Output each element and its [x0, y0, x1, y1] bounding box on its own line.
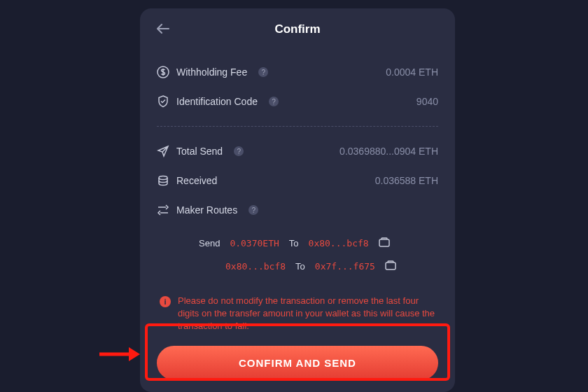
withholding-fee-row: Withholding Fee ? 0.0004 ETH	[157, 57, 438, 87]
route-address: 0x80...bcf8	[309, 238, 369, 248]
identification-code-label: Identification Code	[176, 96, 258, 107]
total-send-label: Total Send	[176, 146, 223, 157]
total-send-value: 0.0369880...0904 ETH	[340, 146, 438, 157]
dollar-icon	[157, 66, 169, 78]
warning-text: Please do not modify the transaction or …	[178, 295, 435, 333]
svg-rect-3	[386, 262, 396, 270]
shield-icon	[157, 95, 169, 108]
withholding-fee-value: 0.0004 ETH	[386, 66, 438, 78]
route-address: 0x7f...f675	[315, 261, 375, 272]
received-row: Received 0.036588 ETH	[157, 166, 438, 195]
route-send-label: Send	[199, 238, 220, 248]
warning-box: i Please do not modify the transaction o…	[157, 295, 438, 333]
warning-icon: i	[160, 296, 171, 307]
help-icon[interactable]: ?	[248, 205, 258, 215]
section-divider	[157, 126, 438, 127]
maker-routes-row: Maker Routes ?	[157, 195, 438, 225]
routes-icon	[157, 204, 169, 216]
coins-icon	[157, 174, 169, 187]
route-from-address: 0x80...bcf8	[225, 261, 286, 272]
received-label: Received	[176, 175, 217, 186]
help-icon[interactable]: ?	[269, 97, 279, 106]
route-to-label: To	[295, 261, 305, 272]
send-icon	[157, 145, 169, 158]
page-title: Confirm	[274, 22, 320, 36]
confirm-and-send-button[interactable]: CONFIRM AND SEND	[157, 346, 438, 380]
maker-routes-label: Maker Routes	[176, 204, 237, 216]
identification-code-value: 9040	[416, 96, 438, 107]
help-icon[interactable]: ?	[258, 67, 268, 77]
back-button[interactable]	[157, 24, 169, 36]
route-row: Send 0.0370ETH To 0x80...bcf8	[157, 232, 438, 255]
svg-point-1	[159, 176, 167, 180]
routes-list: Send 0.0370ETH To 0x80...bcf8 0x80...bcf…	[157, 232, 438, 278]
route-to-label: To	[289, 238, 299, 248]
total-send-row: Total Send ? 0.0369880...0904 ETH	[157, 136, 438, 166]
panel-header: Confirm	[157, 22, 438, 36]
svg-rect-2	[379, 239, 389, 246]
received-value: 0.036588 ETH	[375, 175, 438, 186]
route-amount: 0.0370ETH	[230, 238, 279, 248]
help-icon[interactable]: ?	[234, 146, 244, 156]
svg-marker-5	[129, 347, 140, 361]
copy-icon[interactable]	[379, 237, 390, 249]
route-row: 0x80...bcf8 To 0x7f...f675	[157, 255, 438, 278]
withholding-fee-label: Withholding Fee	[176, 66, 247, 78]
confirm-panel: Confirm Withholding Fee ? 0.0004 ETH Ide…	[140, 8, 455, 392]
copy-icon[interactable]	[385, 260, 396, 272]
identification-code-row: Identification Code ? 9040	[157, 87, 438, 116]
annotation-arrow-icon	[98, 346, 140, 363]
